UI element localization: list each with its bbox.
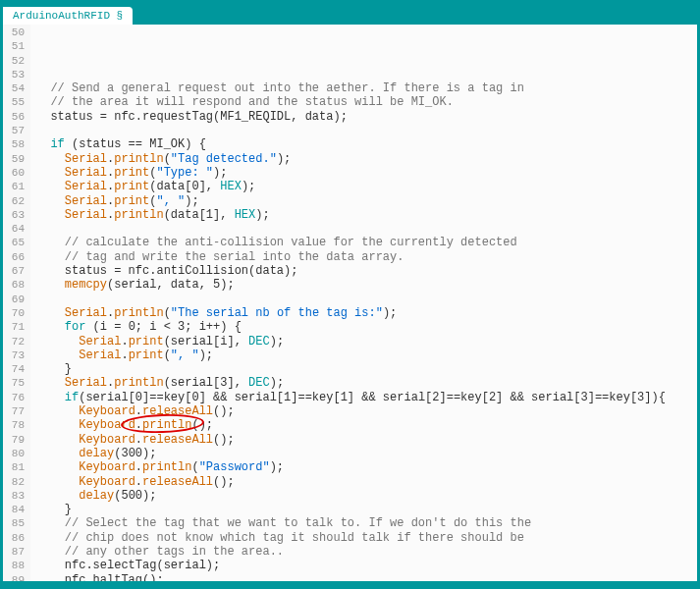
line-number: 84 [3,503,25,516]
code-line: // Send a general request out into the a… [36,81,697,95]
code-line: // any other tags in the area.. [36,545,697,559]
line-number: 85 [3,516,25,530]
line-number: 64 [3,222,25,236]
line-number: 54 [3,81,25,95]
line-number: 79 [3,433,25,447]
line-number: 69 [3,293,25,306]
code-line: Serial.print(", "); [36,348,697,362]
line-number: 75 [3,376,25,390]
file-tab[interactable]: ArduinoAuthRFID § [3,7,133,25]
line-number: 77 [3,404,25,418]
line-number: 81 [3,460,25,474]
code-line [36,68,697,81]
line-number: 55 [3,95,25,109]
code-line: status = nfc.requestTag(MF1_REQIDL, data… [36,110,697,124]
code-line [36,124,697,137]
code-line: } [36,362,697,376]
line-number: 56 [3,110,25,124]
code-line: nfc.selectTag(serial); [36,559,697,572]
code-line: // calculate the anti-collision value fo… [36,236,697,249]
tab-bar: ArduinoAuthRFID § [3,3,697,25]
line-number: 89 [3,573,25,581]
code-line: Keyboard.releaseAll(); [36,475,697,489]
line-number: 51 [3,39,25,53]
code-line: // chip does not know which tag it shoul… [36,531,697,545]
line-number: 71 [3,320,25,334]
code-line: Keyboard.releaseAll(); [36,433,697,447]
code-line: delay(500); [36,489,697,503]
line-number: 78 [3,418,25,432]
line-number: 73 [3,348,25,362]
code-line: memcpy(serial, data, 5); [36,278,697,292]
code-editor[interactable]: 5051525354555657585960616263646566676869… [3,25,697,581]
line-number: 63 [3,208,25,222]
code-line: Keyboard.println("Password"); [36,460,697,474]
line-number: 72 [3,335,25,348]
code-line: Serial.println("Tag detected."); [36,152,697,166]
line-number: 53 [3,68,25,81]
code-line: Serial.println(serial[3], DEC); [36,376,697,390]
code-line: // Select the tag that we want to talk t… [36,516,697,530]
line-number: 74 [3,362,25,376]
code-line: // the area it will respond and the stat… [36,95,697,109]
line-number: 58 [3,137,25,151]
code-line [36,222,697,236]
code-line: if (status == MI_OK) { [36,137,697,151]
code-line: status = nfc.antiCollision(data); [36,264,697,278]
line-number: 50 [3,26,25,39]
footer-bar [3,581,697,586]
line-number: 66 [3,250,25,264]
code-line: Serial.println(data[1], HEX); [36,208,697,222]
line-number: 59 [3,152,25,166]
editor-window: ArduinoAuthRFID § 5051525354555657585960… [0,0,700,589]
code-line: Keyboard.println(); [36,418,697,432]
line-number: 67 [3,264,25,278]
line-number: 88 [3,559,25,572]
line-number: 52 [3,54,25,68]
code-line: Serial.println("The serial nb of the tag… [36,306,697,320]
code-line: Serial.print("Type: "); [36,166,697,180]
line-number: 57 [3,124,25,137]
code-line: for (i = 0; i < 3; i++) { [36,320,697,334]
code-area[interactable]: // Send a general request out into the a… [30,25,697,581]
line-number: 68 [3,278,25,292]
code-line: if(serial[0]==key[0] && serial[1]==key[1… [36,391,697,404]
line-number: 86 [3,531,25,545]
line-gutter: 5051525354555657585960616263646566676869… [3,25,30,581]
code-line: nfc.haltTag(); [36,573,697,581]
code-line: Serial.print(serial[i], DEC); [36,335,697,348]
code-line: } [36,503,697,516]
line-number: 62 [3,194,25,208]
code-line: delay(300); [36,447,697,460]
line-number: 65 [3,236,25,249]
code-line [36,293,697,306]
line-number: 70 [3,306,25,320]
code-line: // tag and write the serial into the dat… [36,250,697,264]
line-number: 82 [3,475,25,489]
line-number: 80 [3,447,25,460]
code-line: Serial.print(", "); [36,194,697,208]
line-number: 60 [3,166,25,180]
line-number: 76 [3,391,25,404]
line-number: 61 [3,180,25,193]
code-line: Keyboard.releaseAll(); [36,404,697,418]
line-number: 83 [3,489,25,503]
code-line: Serial.print(data[0], HEX); [36,180,697,193]
line-number: 87 [3,545,25,559]
